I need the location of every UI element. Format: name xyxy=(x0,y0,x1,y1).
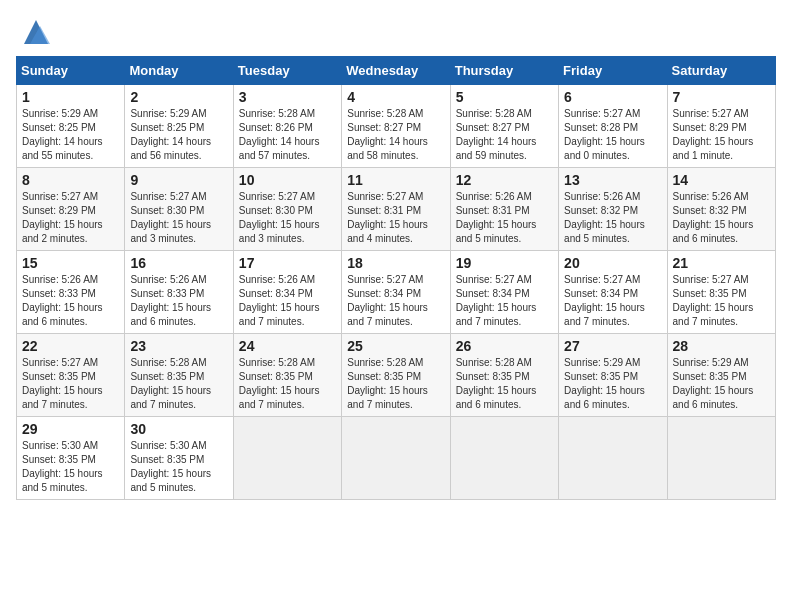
calendar-cell: 11Sunrise: 5:27 AM Sunset: 8:31 PM Dayli… xyxy=(342,168,450,251)
day-number: 20 xyxy=(564,255,661,271)
day-number: 4 xyxy=(347,89,444,105)
calendar-cell: 8Sunrise: 5:27 AM Sunset: 8:29 PM Daylig… xyxy=(17,168,125,251)
day-number: 23 xyxy=(130,338,227,354)
day-number: 28 xyxy=(673,338,770,354)
calendar-cell: 18Sunrise: 5:27 AM Sunset: 8:34 PM Dayli… xyxy=(342,251,450,334)
day-info: Sunrise: 5:28 AM Sunset: 8:27 PM Dayligh… xyxy=(347,107,444,163)
calendar-cell: 19Sunrise: 5:27 AM Sunset: 8:34 PM Dayli… xyxy=(450,251,558,334)
day-number: 13 xyxy=(564,172,661,188)
calendar-cell xyxy=(450,417,558,500)
calendar-cell: 21Sunrise: 5:27 AM Sunset: 8:35 PM Dayli… xyxy=(667,251,775,334)
day-info: Sunrise: 5:27 AM Sunset: 8:35 PM Dayligh… xyxy=(673,273,770,329)
calendar-cell: 29Sunrise: 5:30 AM Sunset: 8:35 PM Dayli… xyxy=(17,417,125,500)
day-info: Sunrise: 5:28 AM Sunset: 8:27 PM Dayligh… xyxy=(456,107,553,163)
day-info: Sunrise: 5:27 AM Sunset: 8:35 PM Dayligh… xyxy=(22,356,119,412)
day-info: Sunrise: 5:27 AM Sunset: 8:30 PM Dayligh… xyxy=(239,190,336,246)
day-number: 30 xyxy=(130,421,227,437)
calendar-cell: 24Sunrise: 5:28 AM Sunset: 8:35 PM Dayli… xyxy=(233,334,341,417)
day-number: 16 xyxy=(130,255,227,271)
calendar-cell xyxy=(233,417,341,500)
day-number: 14 xyxy=(673,172,770,188)
calendar-week-row: 15Sunrise: 5:26 AM Sunset: 8:33 PM Dayli… xyxy=(17,251,776,334)
day-number: 3 xyxy=(239,89,336,105)
calendar-header-row: SundayMondayTuesdayWednesdayThursdayFrid… xyxy=(17,57,776,85)
calendar-table: SundayMondayTuesdayWednesdayThursdayFrid… xyxy=(16,56,776,500)
calendar-cell: 20Sunrise: 5:27 AM Sunset: 8:34 PM Dayli… xyxy=(559,251,667,334)
day-info: Sunrise: 5:26 AM Sunset: 8:33 PM Dayligh… xyxy=(22,273,119,329)
calendar-cell: 16Sunrise: 5:26 AM Sunset: 8:33 PM Dayli… xyxy=(125,251,233,334)
column-header-thursday: Thursday xyxy=(450,57,558,85)
day-info: Sunrise: 5:26 AM Sunset: 8:32 PM Dayligh… xyxy=(564,190,661,246)
day-info: Sunrise: 5:27 AM Sunset: 8:34 PM Dayligh… xyxy=(347,273,444,329)
logo-icon xyxy=(20,16,52,48)
day-info: Sunrise: 5:26 AM Sunset: 8:33 PM Dayligh… xyxy=(130,273,227,329)
day-info: Sunrise: 5:29 AM Sunset: 8:35 PM Dayligh… xyxy=(673,356,770,412)
day-info: Sunrise: 5:27 AM Sunset: 8:28 PM Dayligh… xyxy=(564,107,661,163)
day-number: 24 xyxy=(239,338,336,354)
calendar-cell: 17Sunrise: 5:26 AM Sunset: 8:34 PM Dayli… xyxy=(233,251,341,334)
calendar-cell: 25Sunrise: 5:28 AM Sunset: 8:35 PM Dayli… xyxy=(342,334,450,417)
day-number: 26 xyxy=(456,338,553,354)
column-header-tuesday: Tuesday xyxy=(233,57,341,85)
day-info: Sunrise: 5:26 AM Sunset: 8:32 PM Dayligh… xyxy=(673,190,770,246)
calendar-cell: 9Sunrise: 5:27 AM Sunset: 8:30 PM Daylig… xyxy=(125,168,233,251)
calendar-body: 1Sunrise: 5:29 AM Sunset: 8:25 PM Daylig… xyxy=(17,85,776,500)
day-info: Sunrise: 5:28 AM Sunset: 8:35 PM Dayligh… xyxy=(347,356,444,412)
day-info: Sunrise: 5:29 AM Sunset: 8:25 PM Dayligh… xyxy=(22,107,119,163)
day-number: 1 xyxy=(22,89,119,105)
day-number: 10 xyxy=(239,172,336,188)
calendar-cell: 30Sunrise: 5:30 AM Sunset: 8:35 PM Dayli… xyxy=(125,417,233,500)
column-header-friday: Friday xyxy=(559,57,667,85)
calendar-cell: 6Sunrise: 5:27 AM Sunset: 8:28 PM Daylig… xyxy=(559,85,667,168)
day-info: Sunrise: 5:27 AM Sunset: 8:29 PM Dayligh… xyxy=(673,107,770,163)
column-header-sunday: Sunday xyxy=(17,57,125,85)
calendar-cell: 7Sunrise: 5:27 AM Sunset: 8:29 PM Daylig… xyxy=(667,85,775,168)
day-info: Sunrise: 5:27 AM Sunset: 8:31 PM Dayligh… xyxy=(347,190,444,246)
day-number: 8 xyxy=(22,172,119,188)
day-number: 9 xyxy=(130,172,227,188)
day-info: Sunrise: 5:27 AM Sunset: 8:29 PM Dayligh… xyxy=(22,190,119,246)
day-info: Sunrise: 5:27 AM Sunset: 8:34 PM Dayligh… xyxy=(564,273,661,329)
day-number: 11 xyxy=(347,172,444,188)
day-number: 22 xyxy=(22,338,119,354)
calendar-cell: 5Sunrise: 5:28 AM Sunset: 8:27 PM Daylig… xyxy=(450,85,558,168)
day-number: 25 xyxy=(347,338,444,354)
day-info: Sunrise: 5:28 AM Sunset: 8:35 PM Dayligh… xyxy=(239,356,336,412)
calendar-cell: 10Sunrise: 5:27 AM Sunset: 8:30 PM Dayli… xyxy=(233,168,341,251)
day-number: 6 xyxy=(564,89,661,105)
calendar-cell xyxy=(559,417,667,500)
day-info: Sunrise: 5:30 AM Sunset: 8:35 PM Dayligh… xyxy=(22,439,119,495)
calendar-week-row: 8Sunrise: 5:27 AM Sunset: 8:29 PM Daylig… xyxy=(17,168,776,251)
day-info: Sunrise: 5:26 AM Sunset: 8:31 PM Dayligh… xyxy=(456,190,553,246)
day-number: 19 xyxy=(456,255,553,271)
day-info: Sunrise: 5:27 AM Sunset: 8:34 PM Dayligh… xyxy=(456,273,553,329)
day-number: 5 xyxy=(456,89,553,105)
calendar-cell xyxy=(667,417,775,500)
day-info: Sunrise: 5:28 AM Sunset: 8:35 PM Dayligh… xyxy=(130,356,227,412)
day-info: Sunrise: 5:28 AM Sunset: 8:26 PM Dayligh… xyxy=(239,107,336,163)
logo xyxy=(16,16,52,48)
calendar-cell: 1Sunrise: 5:29 AM Sunset: 8:25 PM Daylig… xyxy=(17,85,125,168)
calendar-cell xyxy=(342,417,450,500)
calendar-cell: 26Sunrise: 5:28 AM Sunset: 8:35 PM Dayli… xyxy=(450,334,558,417)
calendar-cell: 23Sunrise: 5:28 AM Sunset: 8:35 PM Dayli… xyxy=(125,334,233,417)
calendar-cell: 28Sunrise: 5:29 AM Sunset: 8:35 PM Dayli… xyxy=(667,334,775,417)
calendar-cell: 12Sunrise: 5:26 AM Sunset: 8:31 PM Dayli… xyxy=(450,168,558,251)
day-info: Sunrise: 5:29 AM Sunset: 8:35 PM Dayligh… xyxy=(564,356,661,412)
day-info: Sunrise: 5:29 AM Sunset: 8:25 PM Dayligh… xyxy=(130,107,227,163)
day-number: 12 xyxy=(456,172,553,188)
calendar-week-row: 1Sunrise: 5:29 AM Sunset: 8:25 PM Daylig… xyxy=(17,85,776,168)
calendar-week-row: 22Sunrise: 5:27 AM Sunset: 8:35 PM Dayli… xyxy=(17,334,776,417)
day-number: 21 xyxy=(673,255,770,271)
calendar-cell: 3Sunrise: 5:28 AM Sunset: 8:26 PM Daylig… xyxy=(233,85,341,168)
calendar-cell: 22Sunrise: 5:27 AM Sunset: 8:35 PM Dayli… xyxy=(17,334,125,417)
day-number: 27 xyxy=(564,338,661,354)
column-header-wednesday: Wednesday xyxy=(342,57,450,85)
calendar-cell: 14Sunrise: 5:26 AM Sunset: 8:32 PM Dayli… xyxy=(667,168,775,251)
day-number: 7 xyxy=(673,89,770,105)
day-number: 29 xyxy=(22,421,119,437)
calendar-cell: 4Sunrise: 5:28 AM Sunset: 8:27 PM Daylig… xyxy=(342,85,450,168)
day-number: 2 xyxy=(130,89,227,105)
page-header xyxy=(16,16,776,48)
column-header-saturday: Saturday xyxy=(667,57,775,85)
